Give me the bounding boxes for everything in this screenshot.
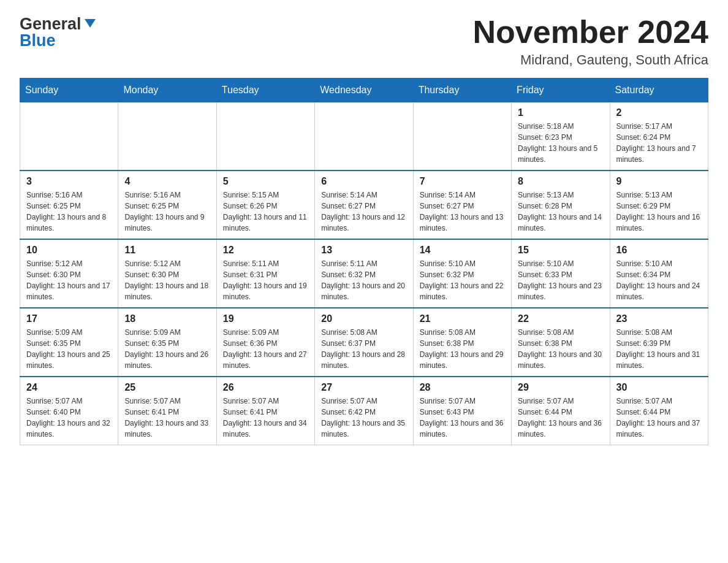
calendar-day-cell: 11Sunrise: 5:12 AMSunset: 6:30 PMDayligh…	[118, 239, 216, 308]
logo-blue-text: Blue	[20, 31, 56, 50]
column-header-wednesday: Wednesday	[315, 79, 413, 102]
calendar-day-cell	[413, 102, 511, 171]
calendar-day-cell: 7Sunrise: 5:14 AMSunset: 6:27 PMDaylight…	[413, 170, 511, 239]
day-info: Sunrise: 5:08 AMSunset: 6:38 PMDaylight:…	[518, 327, 603, 371]
calendar-day-cell: 23Sunrise: 5:08 AMSunset: 6:39 PMDayligh…	[610, 308, 708, 377]
calendar-day-cell: 13Sunrise: 5:11 AMSunset: 6:32 PMDayligh…	[315, 239, 413, 308]
day-info: Sunrise: 5:16 AMSunset: 6:25 PMDaylight:…	[124, 190, 210, 234]
day-info: Sunrise: 5:08 AMSunset: 6:38 PMDaylight:…	[420, 327, 505, 371]
calendar-day-cell: 29Sunrise: 5:07 AMSunset: 6:44 PMDayligh…	[512, 377, 610, 445]
day-info: Sunrise: 5:14 AMSunset: 6:27 PMDaylight:…	[420, 190, 505, 234]
calendar-week-row: 1Sunrise: 5:18 AMSunset: 6:23 PMDaylight…	[20, 102, 708, 171]
calendar-day-cell: 30Sunrise: 5:07 AMSunset: 6:44 PMDayligh…	[610, 377, 708, 445]
day-info: Sunrise: 5:09 AMSunset: 6:35 PMDaylight:…	[26, 327, 112, 371]
calendar-day-cell: 4Sunrise: 5:16 AMSunset: 6:25 PMDaylight…	[118, 170, 216, 239]
calendar-day-cell: 9Sunrise: 5:13 AMSunset: 6:29 PMDaylight…	[610, 170, 708, 239]
day-number: 23	[616, 313, 702, 324]
day-info: Sunrise: 5:10 AMSunset: 6:32 PMDaylight:…	[420, 258, 505, 302]
calendar-day-cell: 8Sunrise: 5:13 AMSunset: 6:28 PMDaylight…	[512, 170, 610, 239]
day-number: 25	[124, 382, 210, 393]
day-info: Sunrise: 5:07 AMSunset: 6:40 PMDaylight:…	[26, 396, 112, 440]
column-header-sunday: Sunday	[20, 79, 118, 102]
day-number: 6	[321, 176, 406, 187]
page-header: General Blue November 2024 Midrand, Gaut…	[20, 15, 708, 68]
column-header-thursday: Thursday	[413, 79, 511, 102]
calendar-day-cell: 5Sunrise: 5:15 AMSunset: 6:26 PMDaylight…	[216, 170, 314, 239]
calendar-day-cell: 19Sunrise: 5:09 AMSunset: 6:36 PMDayligh…	[216, 308, 314, 377]
calendar-day-cell: 27Sunrise: 5:07 AMSunset: 6:42 PMDayligh…	[315, 377, 413, 445]
day-info: Sunrise: 5:07 AMSunset: 6:42 PMDaylight:…	[321, 396, 406, 440]
day-info: Sunrise: 5:07 AMSunset: 6:44 PMDaylight:…	[616, 396, 702, 440]
calendar-day-cell	[118, 102, 216, 171]
day-number: 3	[26, 176, 112, 187]
column-header-friday: Friday	[512, 79, 610, 102]
day-number: 17	[26, 313, 112, 324]
calendar-day-cell: 6Sunrise: 5:14 AMSunset: 6:27 PMDaylight…	[315, 170, 413, 239]
calendar-day-cell: 18Sunrise: 5:09 AMSunset: 6:35 PMDayligh…	[118, 308, 216, 377]
calendar-day-cell: 26Sunrise: 5:07 AMSunset: 6:41 PMDayligh…	[216, 377, 314, 445]
calendar-day-cell: 3Sunrise: 5:16 AMSunset: 6:25 PMDaylight…	[20, 170, 118, 239]
day-info: Sunrise: 5:12 AMSunset: 6:30 PMDaylight:…	[124, 258, 210, 302]
day-number: 18	[124, 313, 210, 324]
day-info: Sunrise: 5:13 AMSunset: 6:28 PMDaylight:…	[518, 190, 603, 234]
day-number: 30	[616, 382, 702, 393]
calendar-day-cell	[315, 102, 413, 171]
calendar-header-row: SundayMondayTuesdayWednesdayThursdayFrid…	[20, 79, 708, 102]
day-number: 28	[420, 382, 505, 393]
day-number: 4	[124, 176, 210, 187]
day-info: Sunrise: 5:16 AMSunset: 6:25 PMDaylight:…	[26, 190, 112, 234]
day-number: 15	[518, 245, 603, 256]
day-number: 5	[223, 176, 308, 187]
logo: General Blue	[20, 15, 97, 50]
day-info: Sunrise: 5:13 AMSunset: 6:29 PMDaylight:…	[616, 190, 702, 234]
calendar-day-cell: 12Sunrise: 5:11 AMSunset: 6:31 PMDayligh…	[216, 239, 314, 308]
day-info: Sunrise: 5:18 AMSunset: 6:23 PMDaylight:…	[518, 121, 603, 165]
calendar-day-cell: 24Sunrise: 5:07 AMSunset: 6:40 PMDayligh…	[20, 377, 118, 445]
calendar-day-cell: 2Sunrise: 5:17 AMSunset: 6:24 PMDaylight…	[610, 102, 708, 171]
day-info: Sunrise: 5:07 AMSunset: 6:41 PMDaylight:…	[124, 396, 210, 440]
day-number: 22	[518, 313, 603, 324]
day-info: Sunrise: 5:14 AMSunset: 6:27 PMDaylight:…	[321, 190, 406, 234]
day-number: 16	[616, 245, 702, 256]
day-info: Sunrise: 5:17 AMSunset: 6:24 PMDaylight:…	[616, 121, 702, 165]
day-number: 11	[124, 245, 210, 256]
calendar-day-cell	[20, 102, 118, 171]
calendar-day-cell: 16Sunrise: 5:10 AMSunset: 6:34 PMDayligh…	[610, 239, 708, 308]
day-info: Sunrise: 5:11 AMSunset: 6:31 PMDaylight:…	[223, 258, 308, 302]
day-number: 24	[26, 382, 112, 393]
column-header-monday: Monday	[118, 79, 216, 102]
day-number: 10	[26, 245, 112, 256]
calendar-week-row: 24Sunrise: 5:07 AMSunset: 6:40 PMDayligh…	[20, 377, 708, 445]
day-info: Sunrise: 5:11 AMSunset: 6:32 PMDaylight:…	[321, 258, 406, 302]
day-number: 14	[420, 245, 505, 256]
day-number: 21	[420, 313, 505, 324]
day-number: 2	[616, 107, 702, 118]
day-number: 1	[518, 107, 603, 118]
day-number: 29	[518, 382, 603, 393]
day-number: 19	[223, 313, 308, 324]
day-info: Sunrise: 5:07 AMSunset: 6:41 PMDaylight:…	[223, 396, 308, 440]
day-info: Sunrise: 5:10 AMSunset: 6:34 PMDaylight:…	[616, 258, 702, 302]
calendar-day-cell: 22Sunrise: 5:08 AMSunset: 6:38 PMDayligh…	[512, 308, 610, 377]
calendar-table: SundayMondayTuesdayWednesdayThursdayFrid…	[20, 78, 708, 445]
day-number: 12	[223, 245, 308, 256]
day-info: Sunrise: 5:09 AMSunset: 6:36 PMDaylight:…	[223, 327, 308, 371]
day-info: Sunrise: 5:15 AMSunset: 6:26 PMDaylight:…	[223, 190, 308, 234]
day-info: Sunrise: 5:10 AMSunset: 6:33 PMDaylight:…	[518, 258, 603, 302]
column-header-tuesday: Tuesday	[216, 79, 314, 102]
day-number: 27	[321, 382, 406, 393]
location-subtitle: Midrand, Gauteng, South Africa	[473, 52, 708, 68]
day-number: 8	[518, 176, 603, 187]
day-info: Sunrise: 5:08 AMSunset: 6:39 PMDaylight:…	[616, 327, 702, 371]
day-number: 7	[420, 176, 505, 187]
logo-arrow-icon	[83, 17, 97, 33]
day-number: 9	[616, 176, 702, 187]
month-title: November 2024	[473, 15, 708, 50]
day-info: Sunrise: 5:09 AMSunset: 6:35 PMDaylight:…	[124, 327, 210, 371]
calendar-day-cell: 15Sunrise: 5:10 AMSunset: 6:33 PMDayligh…	[512, 239, 610, 308]
calendar-week-row: 10Sunrise: 5:12 AMSunset: 6:30 PMDayligh…	[20, 239, 708, 308]
title-block: November 2024 Midrand, Gauteng, South Af…	[473, 15, 708, 68]
day-info: Sunrise: 5:12 AMSunset: 6:30 PMDaylight:…	[26, 258, 112, 302]
calendar-week-row: 17Sunrise: 5:09 AMSunset: 6:35 PMDayligh…	[20, 308, 708, 377]
day-number: 26	[223, 382, 308, 393]
